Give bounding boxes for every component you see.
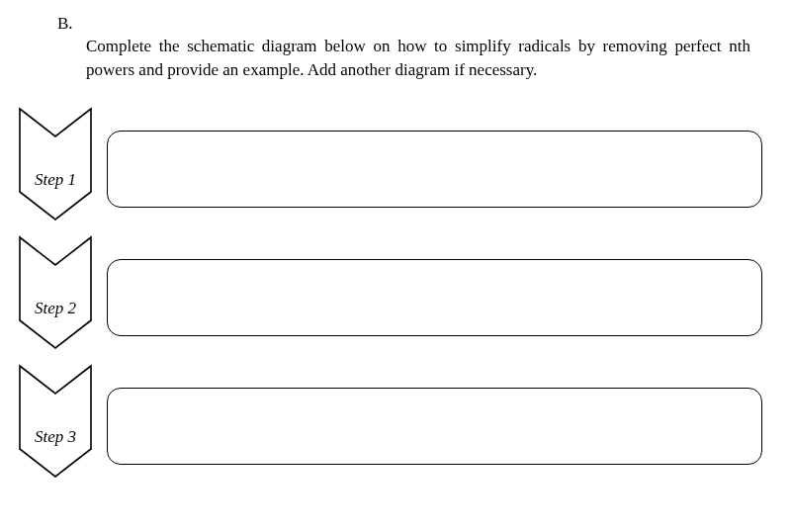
step-row-3: Step 3 [18,366,762,475]
step-input-2[interactable] [107,259,762,336]
step-label-3: Step 3 [18,427,93,447]
chevron-down-icon [18,364,93,479]
step-label-2: Step 2 [18,299,93,318]
chevron-down-icon [18,235,93,350]
instruction-block: B. Complete the schematic diagram below … [57,12,750,81]
chevron-down-icon [18,107,93,222]
step-input-1[interactable] [107,131,762,208]
instruction-text: Complete the schematic diagram below on … [86,37,750,78]
step-row-2: Step 2 [18,237,762,346]
instruction-prefix: B. [57,12,81,35]
step-row-1: Step 1 [18,109,762,218]
step-input-3[interactable] [107,388,762,465]
step-label-1: Step 1 [18,170,93,190]
